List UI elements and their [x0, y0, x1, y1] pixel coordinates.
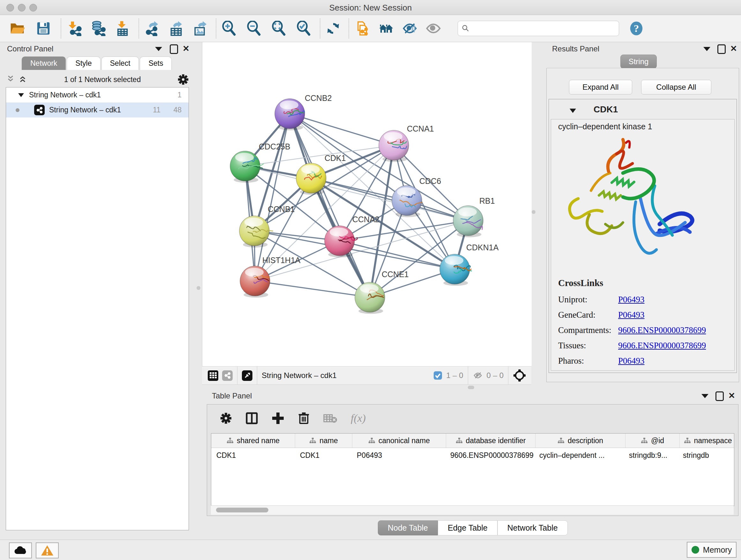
zoom-in-button[interactable]: [219, 18, 239, 39]
column-header-description[interactable]: description: [536, 434, 625, 448]
column-header-canonicalname[interactable]: canonical name: [352, 434, 446, 448]
edge-CDK1-RB1[interactable]: [311, 178, 468, 221]
right-splitter-handle[interactable]: [532, 210, 536, 214]
crosslink-value-link[interactable]: P06493: [618, 310, 645, 320]
table-row[interactable]: CDK1CDK1P064939606.ENSP00000378699cyclin…: [211, 448, 734, 462]
collapse-all-icon[interactable]: [6, 75, 15, 84]
tab-select[interactable]: Select: [102, 57, 139, 70]
hide-selected-button[interactable]: [400, 18, 420, 39]
import-network-file-button[interactable]: [64, 18, 84, 39]
expand-all-button[interactable]: Expand All: [569, 80, 632, 95]
first-neighbors-button[interactable]: [376, 18, 396, 39]
crosslink-value-link[interactable]: P06493: [618, 295, 645, 305]
expand-all-icon[interactable]: [18, 75, 27, 84]
crosslink-row: Compartments:9606.ENSP00000378699: [558, 325, 727, 335]
add-column-icon[interactable]: [272, 412, 284, 425]
node-CCNE1[interactable]: CCNE1: [355, 270, 409, 314]
hscrollbar-thumb[interactable]: [216, 508, 268, 512]
zoom-fit-button[interactable]: [269, 18, 289, 39]
search-field[interactable]: [458, 21, 619, 36]
search-input[interactable]: [469, 23, 615, 33]
show-all-button[interactable]: [423, 18, 444, 39]
detach-view-icon[interactable]: [242, 370, 253, 381]
grid-view-icon[interactable]: [208, 370, 218, 381]
network-collection-row[interactable]: String Network – cdk1 1: [6, 87, 189, 103]
export-image-button[interactable]: [190, 18, 211, 39]
save-session-button[interactable]: [33, 18, 54, 39]
crosslink-value-link[interactable]: P06493: [618, 356, 645, 366]
clear-table-icon[interactable]: [323, 413, 337, 424]
network-row[interactable]: String Network – cdk1 11 48: [6, 103, 189, 118]
table-hscrollbar[interactable]: [211, 505, 734, 515]
crosslink-label: Pharos:: [558, 356, 618, 366]
gear-icon[interactable]: [178, 74, 189, 85]
node-label-CCNA1: CCNA1: [407, 124, 434, 133]
column-header-name[interactable]: name: [295, 434, 352, 448]
copy-network-button[interactable]: [352, 18, 372, 39]
open-folder-icon: [10, 21, 25, 36]
float-panel-icon[interactable]: [718, 44, 726, 54]
left-splitter-handle[interactable]: [197, 286, 200, 290]
column-header-sharedname[interactable]: shared name: [211, 434, 295, 448]
edge-HIST1H1A-CCNE1[interactable]: [255, 281, 370, 297]
protein-section: CDK1 cyclin–dependent kinase 1: [549, 99, 737, 373]
panel-menu-icon[interactable]: [701, 394, 709, 398]
collapse-all-button[interactable]: Collapse All: [641, 80, 711, 95]
close-panel-icon[interactable]: ✕: [730, 44, 737, 54]
memory-button[interactable]: Memory: [687, 542, 737, 558]
section-collapse-icon[interactable]: [569, 108, 577, 114]
node-CCNA1[interactable]: CCNA1: [379, 124, 434, 162]
column-header-id[interactable]: @id: [625, 434, 680, 448]
export-network-button[interactable]: [142, 18, 162, 39]
panel-menu-icon[interactable]: [703, 47, 711, 51]
table-gear-icon[interactable]: [220, 412, 232, 424]
crosslink-value-link[interactable]: 9606.ENSP00000378699: [618, 341, 706, 351]
hidden-eye-slash-icon: [473, 371, 483, 380]
tab-node-table[interactable]: Node Table: [378, 520, 438, 536]
network-canvas[interactable]: CCNB2CCNA1CDC25BCDK1CDC6RB1CCNB1CCNA2CDK…: [202, 42, 532, 366]
close-panel-icon[interactable]: ✕: [183, 44, 190, 54]
svg-text:?: ?: [634, 23, 639, 34]
results-panel: Results Panel ✕ String Expand All Collap…: [542, 42, 741, 383]
import-network-database-button[interactable]: [88, 18, 109, 39]
node-CCNB2[interactable]: CCNB2: [275, 94, 332, 130]
node-RB1[interactable]: RB1: [453, 196, 495, 237]
selected-counts: 1 – 0: [446, 371, 463, 380]
tab-network[interactable]: Network: [22, 57, 66, 70]
delete-column-icon[interactable]: [298, 412, 310, 425]
edge-CCNB2-CCNA1[interactable]: [290, 114, 394, 145]
show-columns-icon[interactable]: [246, 412, 258, 425]
edge-CCNB2-CCNE1[interactable]: [290, 114, 370, 297]
network-list-header: 1 of 1 Network selected: [6, 72, 189, 86]
float-panel-icon[interactable]: [716, 391, 724, 401]
close-panel-icon[interactable]: ✕: [728, 391, 735, 401]
network-thumbnail-icon[interactable]: [222, 370, 232, 381]
node-CCNB1[interactable]: CCNB1: [239, 205, 295, 247]
panel-menu-icon[interactable]: [155, 47, 162, 51]
zoom-selected-button[interactable]: [293, 18, 314, 39]
warnings-button[interactable]: [36, 543, 59, 558]
export-image-icon: [193, 21, 208, 36]
node-label-CDKN1A: CDKN1A: [466, 243, 499, 252]
apply-layout-button[interactable]: [323, 18, 343, 39]
crosslink-value-link[interactable]: 9606.ENSP00000378699: [618, 325, 706, 335]
birdseye-crosshair-icon[interactable]: [513, 369, 526, 382]
tab-edge-table[interactable]: Edge Table: [438, 520, 497, 536]
node-CDKN1A[interactable]: CDKN1A: [440, 243, 499, 286]
column-header-namespace[interactable]: namespace: [680, 434, 736, 448]
tab-sets[interactable]: Sets: [140, 57, 172, 70]
node-CDC25B[interactable]: CDC25B: [230, 142, 290, 183]
zoom-out-button[interactable]: [244, 18, 264, 39]
selected-checkbox-icon[interactable]: [433, 371, 442, 380]
tab-style[interactable]: Style: [67, 57, 100, 70]
help-button[interactable]: ?: [626, 18, 647, 39]
tab-network-table[interactable]: Network Table: [497, 520, 568, 536]
export-table-button[interactable]: [166, 18, 186, 39]
tab-string[interactable]: String: [620, 55, 657, 69]
import-table-button[interactable]: [112, 18, 133, 39]
column-header-databaseidentifier[interactable]: database identifier: [446, 434, 536, 448]
cloud-button[interactable]: [9, 543, 32, 558]
open-session-button[interactable]: [7, 18, 27, 39]
float-panel-icon[interactable]: [170, 44, 178, 54]
function-builder-icon[interactable]: f(x): [351, 412, 366, 424]
